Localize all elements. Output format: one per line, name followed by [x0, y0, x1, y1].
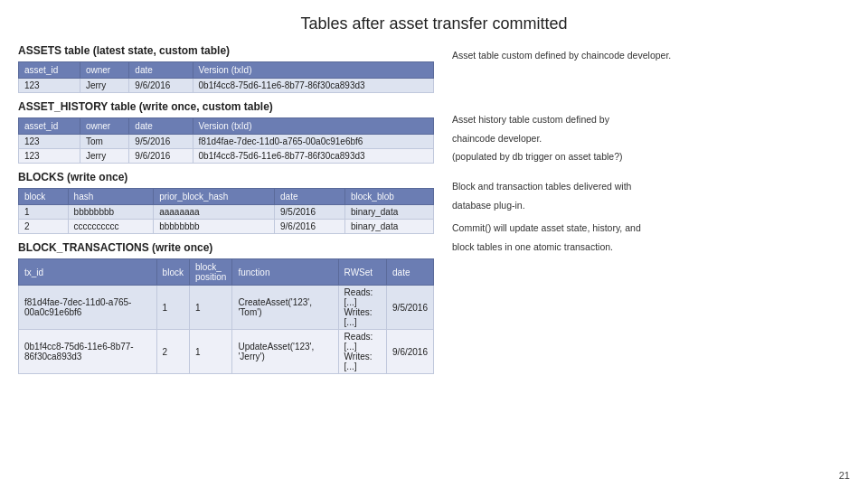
bt-col-txid: tx_id	[19, 259, 157, 286]
assets-col-date: date	[129, 62, 193, 79]
asset-history-section-title: ASSET_HISTORY table (write once, custom …	[18, 100, 434, 113]
assets-cell: 123	[19, 79, 80, 93]
bt-col-date: date	[387, 259, 434, 286]
ah-col-date: date	[129, 118, 193, 135]
b-cell: aaaaaaaa	[154, 205, 275, 220]
assets-col-version: Version (txId)	[193, 62, 433, 79]
bt-cell: 1	[189, 330, 231, 374]
commit-note: Commit() will update asset state, histor…	[452, 221, 850, 255]
assets-note-text: Asset table custom defined by chaincode …	[452, 48, 850, 63]
b-cell: binary_data	[344, 220, 433, 234]
right-column: Asset table custom defined by chaincode …	[452, 44, 850, 381]
bt-col-block: block	[156, 259, 189, 286]
b-col-hash: hash	[68, 189, 154, 205]
bt-cell: 1	[189, 286, 231, 330]
blocks-header-row: block hash prior_block_hash date block_b…	[19, 189, 434, 205]
bt-col-position: block_position	[189, 259, 231, 286]
ah-cell: 9/6/2016	[129, 149, 193, 164]
bt-cell: UpdateAsset('123', 'Jerry')	[232, 330, 338, 374]
table-row: 123 Tom 9/5/2016 f81d4fae-7dec-11d0-a765…	[19, 135, 434, 149]
blocks-section-title: BLOCKS (write once)	[18, 171, 434, 183]
b-cell: binary_data	[344, 205, 433, 220]
block-transactions-table: tx_id block block_position function RWSe…	[18, 258, 434, 374]
asset-history-note-line2: chaincode developer.	[452, 131, 850, 146]
b-cell: cccccccccc	[68, 220, 154, 234]
table-row: 123 Jerry 9/6/2016 0b1f4cc8-75d6-11e6-8b…	[19, 149, 434, 164]
ah-col-owner: owner	[80, 118, 128, 135]
bt-cell: 9/6/2016	[387, 330, 434, 374]
main-content: ASSETS table (latest state, custom table…	[18, 44, 850, 381]
page: Tables after asset transfer committed AS…	[0, 0, 868, 488]
ah-col-asset-id: asset_id	[19, 118, 80, 135]
ah-cell: 0b1f4cc8-75d6-11e6-8b77-86f30ca893d3	[193, 149, 433, 164]
b-col-prior: prior_block_hash	[154, 189, 275, 205]
table-row: f81d4fae-7dec-11d0-a765-00a0c91e6bf6 1 1…	[19, 286, 434, 330]
ah-cell: f81d4fae-7dec-11d0-a765-00a0c91e6bf6	[193, 135, 433, 149]
b-cell: 1	[19, 205, 69, 220]
bt-cell: 0b1f4cc8-75d6-11e6-8b77-86f30ca893d3	[19, 330, 157, 374]
bt-cell: Reads:[...]Writes:[...]	[338, 330, 386, 374]
blocks-note: Block and transaction tables delivered w…	[452, 179, 850, 213]
assets-col-asset-id: asset_id	[19, 62, 80, 79]
block-transactions-section: BLOCK_TRANSACTIONS (write once) tx_id bl…	[18, 241, 434, 374]
b-cell: 2	[19, 220, 69, 234]
ah-cell: 123	[19, 135, 80, 149]
asset-history-note-line3: (populated by db trigger on asset table?…	[452, 149, 850, 164]
bt-cell: f81d4fae-7dec-11d0-a765-00a0c91e6bf6	[19, 286, 157, 330]
bt-cell: CreateAsset('123', 'Tom')	[232, 286, 338, 330]
left-column: ASSETS table (latest state, custom table…	[18, 44, 434, 381]
bt-col-rwset: RWSet	[338, 259, 386, 286]
assets-table-header-row: asset_id owner date Version (txId)	[19, 62, 434, 79]
bt-header-row: tx_id block block_position function RWSe…	[19, 259, 434, 286]
asset-history-header-row: asset_id owner date Version (txId)	[19, 118, 434, 135]
table-row: 123 Jerry 9/6/2016 0b1f4cc8-75d6-11e6-8b…	[19, 79, 434, 93]
ah-cell: 123	[19, 149, 80, 164]
table-row: 2 cccccccccc bbbbbbbb 9/6/2016 binary_da…	[19, 220, 434, 234]
asset-history-table: asset_id owner date Version (txId) 123 T…	[18, 117, 434, 164]
b-cell: 9/6/2016	[275, 220, 345, 234]
bt-cell: Reads:[...]Writes:[...]	[338, 286, 386, 330]
page-title: Tables after asset transfer committed	[18, 14, 850, 33]
asset-history-section: ASSET_HISTORY table (write once, custom …	[18, 100, 434, 164]
b-col-blob: block_blob	[344, 189, 433, 205]
assets-cell: 0b1f4cc8-75d6-11e6-8b77-86f30ca893d3	[193, 79, 433, 93]
table-row: 0b1f4cc8-75d6-11e6-8b77-86f30ca893d3 2 1…	[19, 330, 434, 374]
assets-section-title: ASSETS table (latest state, custom table…	[18, 44, 434, 57]
blocks-section: BLOCKS (write once) block hash prior_blo…	[18, 171, 434, 234]
table-row: 1 bbbbbbbb aaaaaaaa 9/5/2016 binary_data	[19, 205, 434, 220]
b-cell: bbbbbbbb	[154, 220, 275, 234]
commit-note-line2: block tables in one atomic transaction.	[452, 239, 850, 255]
asset-history-note: Asset history table custom defined by ch…	[452, 112, 850, 164]
bt-cell: 2	[156, 330, 189, 374]
asset-history-note-line1: Asset history table custom defined by	[452, 112, 850, 127]
b-cell: 9/5/2016	[275, 205, 345, 220]
b-col-date: date	[275, 189, 345, 205]
page-number: 21	[839, 470, 850, 481]
block-transaction-note-line2: database plug-in.	[452, 198, 850, 213]
assets-note: Asset table custom defined by chaincode …	[452, 48, 850, 63]
assets-table: asset_id owner date Version (txId) 123 J…	[18, 61, 434, 93]
block-transactions-section-title: BLOCK_TRANSACTIONS (write once)	[18, 241, 434, 254]
b-col-block: block	[19, 189, 69, 205]
assets-col-owner: owner	[80, 62, 128, 79]
ah-cell: Jerry	[80, 149, 128, 164]
b-cell: bbbbbbbb	[68, 205, 154, 220]
commit-note-line1: Commit() will update asset state, histor…	[452, 221, 850, 236]
assets-section: ASSETS table (latest state, custom table…	[18, 44, 434, 93]
bt-cell: 9/5/2016	[387, 286, 434, 330]
bt-col-function: function	[232, 259, 338, 286]
bt-cell: 1	[156, 286, 189, 330]
block-transaction-note-line1: Block and transaction tables delivered w…	[452, 179, 850, 194]
assets-cell: Jerry	[80, 79, 128, 93]
ah-cell: 9/5/2016	[129, 135, 193, 149]
ah-cell: Tom	[80, 135, 128, 149]
assets-cell: 9/6/2016	[129, 79, 193, 93]
ah-col-version: Version (txId)	[193, 118, 433, 135]
blocks-table: block hash prior_block_hash date block_b…	[18, 188, 434, 234]
